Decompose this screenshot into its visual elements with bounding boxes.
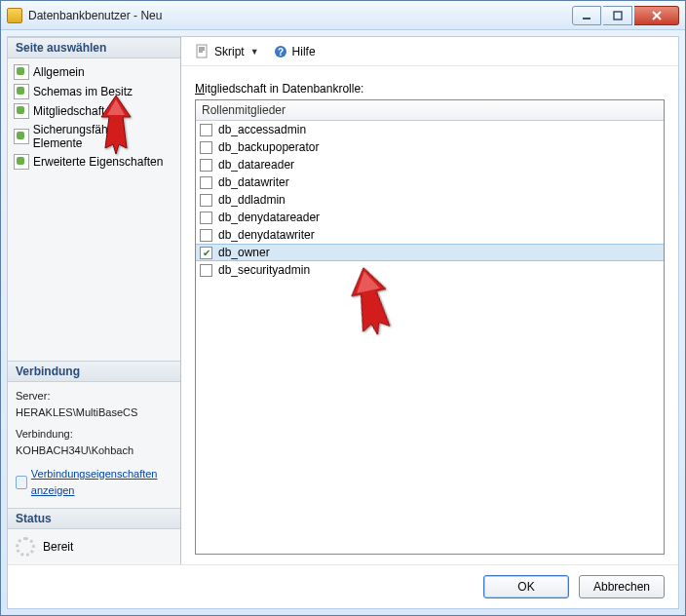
maximize-icon — [612, 10, 624, 21]
status-header: Status — [8, 508, 180, 529]
sidebar-item-mitgliedschaft[interactable]: Mitgliedschaft — [10, 101, 178, 121]
server-label: Server: — [16, 388, 172, 404]
help-label: Hilfe — [292, 45, 316, 58]
svg-text:?: ? — [278, 47, 284, 58]
link-label: Verbindungseigenschaften anzeigen — [31, 466, 172, 498]
sidebar-item-allgemein[interactable]: Allgemein — [10, 62, 178, 82]
titlebar: Datenbankbenutzer - Neu — [1, 1, 685, 30]
toolbar: Skript ▼ ? Hilfe — [181, 37, 678, 66]
role-name: db_backupoperator — [218, 140, 319, 154]
sidebar-item-label: Allgemein — [33, 65, 85, 79]
role-name: db_denydatareader — [218, 211, 320, 224]
role-checkbox[interactable] — [200, 264, 212, 277]
page-icon — [14, 154, 29, 170]
dialog-body: Seite auswählen Allgemein Schemas im Bes… — [8, 37, 678, 564]
page-icon — [14, 84, 29, 99]
client-area: Seite auswählen Allgemein Schemas im Bes… — [7, 36, 679, 609]
sidebar-item-label: Mitgliedschaft — [33, 104, 104, 118]
role-name: db_datareader — [218, 158, 294, 172]
maximize-button[interactable] — [603, 6, 632, 25]
minimize-icon — [581, 10, 592, 21]
role-checkbox[interactable] — [200, 141, 212, 154]
chevron-down-icon: ▼ — [248, 47, 261, 57]
role-row[interactable]: db_denydatareader — [196, 209, 664, 226]
role-name: db_securityadmin — [218, 263, 310, 277]
connection-value: KOHBACH34U\Kohbach — [16, 443, 172, 459]
role-checkbox[interactable] — [200, 212, 212, 224]
server-value: HERAKLES\MultiBaseCS — [16, 404, 172, 421]
roles-listbox[interactable]: Rollenmitglieder db_accessadmindb_backup… — [195, 99, 665, 555]
dialog-window: Datenbankbenutzer - Neu Seite auswählen … — [0, 0, 686, 616]
role-name: db_denydatawriter — [218, 228, 315, 242]
connection-label: Verbindung: — [16, 426, 172, 443]
role-checkbox[interactable] — [200, 159, 212, 172]
pages-header: Seite auswählen — [8, 37, 180, 58]
sidebar-item-sicherungsfaehige[interactable]: Sicherungsfähige Elemente — [10, 121, 178, 152]
role-row[interactable]: db_ddladmin — [196, 191, 664, 209]
membership-label: Mitgliedschaft in Datenbankrolle: — [195, 82, 665, 96]
svg-rect-0 — [583, 18, 591, 19]
window-controls — [572, 6, 679, 25]
role-row[interactable]: db_datawriter — [196, 173, 664, 191]
role-row[interactable]: db_denydatawriter — [196, 226, 664, 244]
script-label: Skript — [214, 45, 245, 58]
connection-header: Verbindung — [8, 361, 180, 382]
role-checkbox[interactable]: ✔ — [200, 247, 212, 259]
cancel-button[interactable]: Abbrechen — [579, 575, 665, 598]
ok-button[interactable]: OK — [483, 575, 569, 598]
role-row[interactable]: ✔db_owner — [196, 244, 664, 261]
help-icon: ? — [273, 44, 288, 59]
app-icon — [7, 8, 22, 23]
page-icon — [14, 129, 29, 144]
role-checkbox[interactable] — [200, 124, 212, 136]
sidebar-item-label: Sicherungsfähige Elemente — [33, 123, 174, 150]
svg-rect-1 — [614, 12, 622, 19]
main-panel: Skript ▼ ? Hilfe Mitgliedschaft in Daten… — [181, 37, 678, 564]
role-row[interactable]: db_securityadmin — [196, 261, 664, 279]
connection-properties-link[interactable]: Verbindungseigenschaften anzeigen — [16, 466, 172, 498]
page-icon — [14, 103, 29, 119]
spinner-icon — [16, 537, 35, 557]
sidebar-item-schemas[interactable]: Schemas im Besitz — [10, 82, 178, 101]
role-row[interactable]: db_backupoperator — [196, 138, 664, 156]
sidebar-item-erweiterte[interactable]: Erweiterte Eigenschaften — [10, 152, 178, 172]
dialog-footer: OK Abbrechen — [8, 564, 678, 608]
minimize-button[interactable] — [572, 6, 601, 25]
role-checkbox[interactable] — [200, 194, 212, 207]
role-name: db_owner — [218, 246, 270, 259]
help-button[interactable]: ? Hilfe — [269, 42, 320, 61]
script-icon — [195, 44, 210, 59]
page-icon — [14, 64, 29, 80]
role-checkbox[interactable] — [200, 176, 212, 189]
properties-icon — [16, 476, 27, 489]
close-icon — [651, 10, 663, 21]
sidebar-item-label: Erweiterte Eigenschaften — [33, 155, 163, 169]
window-title: Datenbankbenutzer - Neu — [28, 9, 572, 22]
role-row[interactable]: db_accessadmin — [196, 121, 664, 138]
script-button[interactable]: Skript ▼ — [191, 42, 265, 61]
role-checkbox[interactable] — [200, 229, 212, 242]
status-text: Bereit — [43, 540, 73, 554]
sidebar-item-label: Schemas im Besitz — [33, 85, 133, 98]
roles-column-header[interactable]: Rollenmitglieder — [196, 100, 664, 121]
page-list: Allgemein Schemas im Besitz Mitgliedscha… — [8, 58, 180, 175]
role-name: db_ddladmin — [218, 193, 286, 207]
connection-body: Server: HERAKLES\MultiBaseCS Verbindung:… — [8, 382, 180, 508]
role-name: db_accessadmin — [218, 123, 306, 136]
roles-list-items: db_accessadmindb_backupoperatordb_datare… — [196, 121, 664, 554]
content-area: Mitgliedschaft in Datenbankrolle: Rollen… — [181, 66, 678, 564]
close-button[interactable] — [634, 6, 679, 25]
role-row[interactable]: db_datareader — [196, 156, 664, 173]
role-name: db_datawriter — [218, 175, 289, 189]
sidebar: Seite auswählen Allgemein Schemas im Bes… — [8, 37, 181, 564]
status-body: Bereit — [8, 529, 180, 564]
